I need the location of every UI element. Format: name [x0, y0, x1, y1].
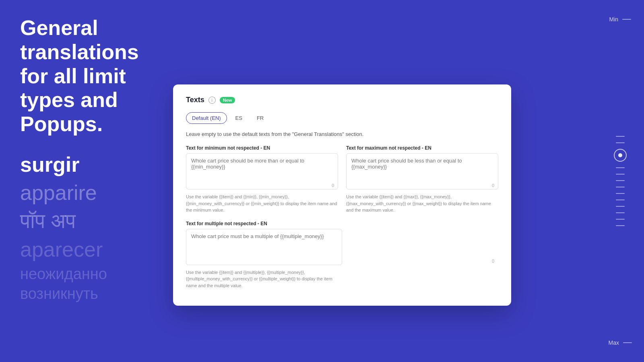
hint-text: Leave empty to use the default texts fro…	[186, 131, 498, 137]
field-group-min: Text for minimum not respected - EN 0 Us…	[186, 145, 338, 214]
tab-fr[interactable]: FR	[251, 112, 270, 124]
nav-line-6	[616, 187, 625, 187]
nav-line-2	[616, 142, 625, 143]
field-max-hint: Use the variable {{item}} and {{max}}, {…	[346, 193, 498, 214]
nav-line-7	[616, 193, 625, 194]
nav-line-12	[616, 225, 625, 226]
nav-line-9	[616, 206, 625, 207]
nav-line-4	[616, 174, 625, 175]
field-multiple-charcount: 0	[492, 259, 494, 263]
field-min-wrap: 0	[186, 153, 338, 191]
field-multiple-hint: Use the variable {{item}} and {{multiple…	[186, 269, 342, 289]
word-4: aparecer	[20, 237, 149, 261]
word-5: неожиданно	[20, 265, 149, 283]
field-max-wrap: 0	[346, 153, 498, 191]
texts-card: Texts i New Default (EN) ES FR Leave emp…	[173, 84, 511, 306]
nav-line-10	[616, 212, 625, 213]
field-multiple-wrap: 0	[186, 229, 498, 267]
info-icon[interactable]: i	[208, 97, 216, 104]
min-line	[622, 19, 631, 20]
word-2: apparire	[20, 181, 149, 205]
field-min-hint: Use the variable {{item}} and {{min}}, {…	[186, 193, 338, 214]
field-min-textarea[interactable]	[186, 153, 338, 189]
word-3: पॉप अप	[20, 209, 149, 233]
field-min-label: Text for minimum not respected - EN	[186, 145, 338, 151]
field-max-charcount: 0	[492, 183, 494, 188]
tab-default-en[interactable]: Default (EN)	[186, 112, 227, 124]
nav-lines-container	[614, 23, 627, 339]
texts-card-wrapper: Texts i New Default (EN) ES FR Leave emp…	[173, 84, 511, 306]
field-multiple-textarea[interactable]	[186, 229, 342, 265]
field-group-max: Text for maximum not respected - EN 0 Us…	[346, 145, 498, 214]
tab-es[interactable]: ES	[229, 112, 248, 124]
field-max-label: Text for maximum not respected - EN	[346, 145, 498, 151]
background-text-panel: General translations for all limit types…	[0, 0, 169, 321]
card-header: Texts i New	[186, 96, 498, 104]
nav-line-3	[616, 167, 625, 168]
nav-line-5	[616, 180, 625, 181]
nav-line-1	[616, 136, 625, 137]
min-label-row: Min	[609, 16, 631, 23]
nav-circle-active[interactable]	[614, 149, 627, 162]
min-label: Min	[609, 16, 618, 23]
fields-row: Text for minimum not respected - EN 0 Us…	[186, 145, 498, 214]
nav-line-8	[616, 200, 625, 200]
field-max-textarea[interactable]	[346, 153, 498, 189]
max-label: Max	[609, 339, 619, 346]
right-nav: Min Max	[609, 0, 632, 362]
field-multiple-label: Text for multiple not respected - EN	[186, 221, 498, 226]
nav-line-11	[616, 219, 625, 220]
field-min-charcount: 0	[332, 183, 334, 188]
new-badge: New	[220, 97, 235, 103]
card-title: Texts	[186, 96, 204, 104]
field-group-multiple: Text for multiple not respected - EN 0 U…	[186, 221, 498, 289]
word-6: возникнуть	[20, 285, 149, 302]
language-tabs: Default (EN) ES FR	[186, 112, 498, 124]
max-label-row: Max	[609, 339, 632, 346]
max-line	[623, 342, 632, 343]
main-heading: General translations for all limit types…	[20, 16, 149, 136]
word-1: surgir	[20, 152, 149, 177]
